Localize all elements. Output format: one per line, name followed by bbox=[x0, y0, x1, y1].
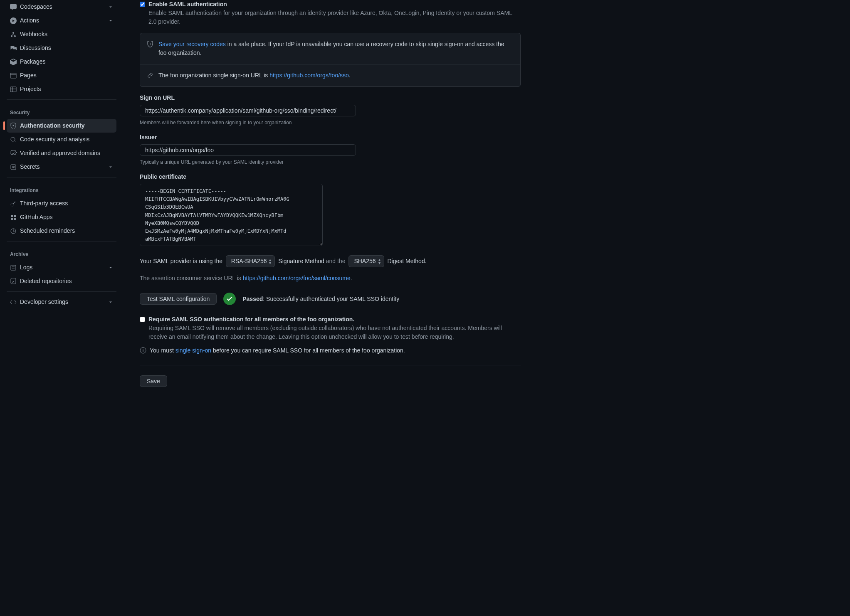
sidebar-label: Scheduled reminders bbox=[20, 227, 113, 235]
chevron-down-icon bbox=[108, 300, 113, 305]
sidebar-label: Developer settings bbox=[20, 298, 108, 306]
test-saml-button[interactable]: Test SAML configuration bbox=[140, 293, 217, 305]
signature-method-select[interactable]: RSA-SHA256 ▴▾ bbox=[226, 255, 275, 267]
sig-prefix: Your SAML provider is using the bbox=[140, 258, 222, 264]
sidebar-label: Verified and approved domains bbox=[20, 149, 113, 158]
svg-rect-14 bbox=[14, 215, 16, 217]
acs-line: The assertion consumer service URL is ht… bbox=[140, 274, 521, 283]
acs-prefix: The assertion consumer service URL is bbox=[140, 275, 243, 281]
enable-saml-row: Enable SAML authentication Enable SAML a… bbox=[140, 0, 521, 26]
svg-rect-18 bbox=[11, 265, 16, 270]
sidebar-label: Actions bbox=[20, 16, 108, 25]
clock-icon bbox=[10, 228, 17, 234]
require-sso-title: Require SAML SSO authentication for all … bbox=[148, 315, 521, 324]
divider bbox=[140, 365, 521, 365]
chevron-down-icon bbox=[108, 165, 113, 170]
sidebar-item-code-security[interactable]: Code security and analysis bbox=[7, 133, 116, 146]
sidebar-label: Secrets bbox=[20, 163, 108, 171]
sidebar-item-pages[interactable]: Pages bbox=[7, 69, 116, 82]
digest-suffix: Digest Method. bbox=[387, 258, 426, 264]
shield-icon bbox=[147, 41, 153, 47]
single-sign-on-link[interactable]: single sign-on bbox=[175, 347, 211, 354]
main-content: Enable SAML authentication Enable SAML a… bbox=[123, 0, 531, 404]
sidebar-item-verified-domains[interactable]: Verified and approved domains bbox=[7, 146, 116, 160]
sidebar-item-secrets[interactable]: Secrets bbox=[7, 160, 116, 174]
sidebar-label: Third-party access bbox=[20, 199, 113, 208]
divider bbox=[7, 99, 116, 100]
sidebar-item-deleted-repos[interactable]: Deleted repositories bbox=[7, 274, 116, 288]
sidebar-label: Codespaces bbox=[20, 2, 108, 11]
svg-point-9 bbox=[11, 137, 15, 141]
sidebar-label: Pages bbox=[20, 71, 113, 80]
table-icon bbox=[10, 86, 17, 93]
sidebar-item-logs[interactable]: Logs bbox=[7, 261, 116, 274]
sidebar-label: GitHub Apps bbox=[20, 213, 113, 222]
recovery-text: Save your recovery codes in a safe place… bbox=[158, 40, 514, 57]
enable-saml-checkbox[interactable] bbox=[140, 2, 145, 7]
log-icon bbox=[10, 264, 17, 271]
svg-rect-22 bbox=[150, 44, 150, 45]
sidebar-item-discussions[interactable]: Discussions bbox=[7, 41, 116, 55]
sidebar-item-webhooks[interactable]: Webhooks bbox=[7, 27, 116, 41]
digest-method-value: SHA256 bbox=[354, 257, 376, 266]
issuer-hint: Typically a unique URL generated by your… bbox=[140, 158, 521, 166]
verified-icon bbox=[10, 150, 17, 157]
shield-lock-icon bbox=[10, 123, 17, 129]
settings-sidebar: Codespaces Actions Webhooks Discussions … bbox=[0, 0, 123, 404]
cert-textarea[interactable] bbox=[140, 184, 323, 246]
link-icon bbox=[147, 72, 153, 79]
asterisk-icon bbox=[10, 164, 17, 170]
divider bbox=[7, 177, 116, 177]
signature-line: Your SAML provider is using the RSA-SHA2… bbox=[140, 255, 521, 267]
sign-on-url-input[interactable] bbox=[140, 105, 356, 116]
sidebar-item-scheduled-reminders[interactable]: Scheduled reminders bbox=[7, 224, 116, 238]
cert-label: Public certificate bbox=[140, 172, 521, 181]
recovery-codes-link[interactable]: Save your recovery codes bbox=[158, 41, 226, 47]
svg-rect-25 bbox=[143, 350, 143, 352]
sidebar-label: Discussions bbox=[20, 44, 113, 52]
must-prefix: You must bbox=[150, 347, 175, 354]
sidebar-label: Projects bbox=[20, 85, 113, 94]
sign-on-url-group: Sign on URL Members will be forwarded he… bbox=[140, 94, 521, 126]
sig-and: and the bbox=[326, 258, 347, 264]
chevron-down-icon bbox=[108, 265, 113, 270]
sidebar-label: Packages bbox=[20, 57, 113, 66]
codescan-icon bbox=[10, 136, 17, 143]
sidebar-item-packages[interactable]: Packages bbox=[7, 55, 116, 69]
enable-saml-title: Enable SAML authentication bbox=[148, 0, 521, 9]
issuer-label: Issuer bbox=[140, 133, 521, 142]
sidebar-item-codespaces[interactable]: Codespaces bbox=[7, 0, 116, 14]
svg-rect-5 bbox=[10, 87, 16, 92]
info-box: Save your recovery codes in a safe place… bbox=[140, 33, 521, 87]
section-title-security: Security bbox=[7, 106, 116, 119]
sidebar-item-actions[interactable]: Actions bbox=[7, 14, 116, 27]
sidebar-item-projects[interactable]: Projects bbox=[7, 82, 116, 96]
chevron-down-icon bbox=[108, 5, 113, 10]
select-arrows-icon: ▴▾ bbox=[378, 258, 381, 265]
acs-url-link[interactable]: https://github.com/orgs/foo/saml/consume bbox=[243, 275, 351, 281]
require-sso-checkbox[interactable] bbox=[140, 317, 145, 322]
digest-method-select[interactable]: SHA256 ▴▾ bbox=[348, 255, 384, 267]
sidebar-item-auth-security[interactable]: Authentication security bbox=[7, 119, 116, 133]
issuer-input[interactable] bbox=[140, 144, 356, 156]
passed-text: Passed: Successfully authenticated your … bbox=[242, 295, 399, 303]
passed-rest: : Successfully authenticated your SAML S… bbox=[263, 296, 399, 302]
signature-method-value: RSA-SHA256 bbox=[231, 257, 267, 266]
enable-saml-desc: Enable SAML authentication for your orga… bbox=[148, 9, 521, 26]
success-check-icon bbox=[223, 293, 236, 305]
repo-deleted-icon bbox=[10, 278, 17, 285]
svg-point-21 bbox=[150, 43, 151, 44]
sidebar-item-github-apps[interactable]: GitHub Apps bbox=[7, 210, 116, 224]
codespaces-icon bbox=[10, 4, 17, 10]
discussion-icon bbox=[10, 45, 17, 52]
sidebar-label: Deleted repositories bbox=[20, 277, 113, 286]
webhook-icon bbox=[10, 31, 17, 38]
sidebar-item-third-party[interactable]: Third-party access bbox=[7, 197, 116, 210]
require-sso-desc: Requiring SAML SSO will remove all membe… bbox=[148, 324, 521, 341]
sidebar-item-developer-settings[interactable]: Developer settings bbox=[7, 295, 116, 309]
apps-icon bbox=[10, 214, 17, 221]
save-button[interactable]: Save bbox=[140, 375, 167, 387]
sso-url-link[interactable]: https://github.com/orgs/foo/sso bbox=[269, 72, 349, 79]
issuer-group: Issuer Typically a unique URL generated … bbox=[140, 133, 521, 166]
package-icon bbox=[10, 59, 17, 65]
